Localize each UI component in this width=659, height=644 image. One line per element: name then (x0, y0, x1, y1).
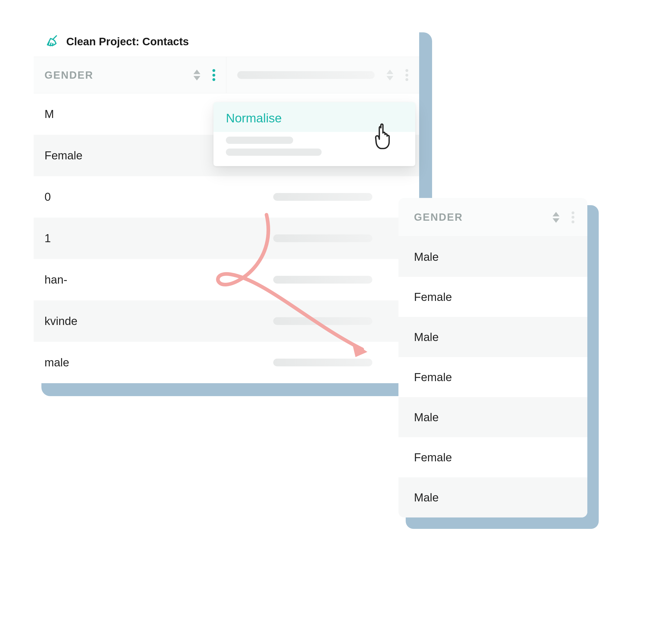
column-header-gender[interactable]: GENDER (399, 198, 587, 237)
sort-icon[interactable] (192, 69, 202, 81)
before-panel: Clean Project: Contacts GENDER (33, 25, 419, 383)
panel-title-text: Clean Project: Contacts (66, 36, 189, 48)
cell-placeholder (226, 217, 419, 259)
cell-value: Male (414, 331, 438, 344)
pointer-cursor-icon (372, 122, 396, 150)
svg-marker-0 (194, 70, 201, 74)
cell-value: Male (414, 411, 438, 424)
cell-value: M (33, 93, 226, 135)
column-menu-icon[interactable] (571, 211, 574, 223)
cell-value: Female (414, 291, 452, 303)
svg-marker-2 (387, 70, 393, 74)
table-row: 0 (33, 176, 419, 217)
table-row: Female (399, 277, 587, 317)
column-header-label: GENDER (45, 69, 192, 81)
cell-placeholder (226, 259, 419, 300)
column-header-gender[interactable]: GENDER (33, 57, 226, 93)
column-header-label: GENDER (414, 211, 551, 223)
column-menu-icon (405, 69, 408, 81)
cell-value: kvinde (33, 300, 226, 342)
after-panel: GENDER Male Female Male Female Male Fema… (399, 198, 587, 518)
column-headers: GENDER (33, 57, 419, 93)
column-header-placeholder (226, 57, 419, 93)
svg-marker-5 (553, 218, 560, 223)
table-row: male (33, 342, 419, 383)
broom-icon (46, 34, 61, 49)
column-menu-icon[interactable] (212, 69, 215, 81)
table-row: Male (399, 237, 587, 277)
table-row: Female (399, 357, 587, 397)
placeholder-bar (237, 71, 374, 79)
cell-value: Female (33, 135, 226, 176)
after-rows: Male Female Male Female Male Female Male (399, 237, 587, 518)
cell-value: han- (33, 259, 226, 300)
svg-marker-4 (553, 212, 560, 216)
cell-value: Female (414, 451, 452, 464)
cell-placeholder (226, 300, 419, 342)
sort-icon[interactable] (551, 211, 561, 223)
cell-value: 0 (33, 176, 226, 217)
svg-marker-3 (387, 76, 393, 80)
table-row: 1 (33, 217, 419, 259)
table-row: Female (399, 437, 587, 477)
table-row: han- (33, 259, 419, 300)
cell-value: Male (414, 250, 438, 263)
svg-marker-1 (194, 76, 201, 80)
table-row: Male (399, 317, 587, 357)
dropdown-item-placeholder[interactable] (226, 137, 293, 144)
table-row: kvinde (33, 300, 419, 342)
cell-placeholder (226, 342, 419, 383)
sort-icon (385, 69, 395, 81)
panel-title-bar: Clean Project: Contacts (33, 25, 419, 57)
dropdown-item-placeholder[interactable] (226, 148, 322, 156)
dropdown-item-label: Normalise (226, 111, 282, 125)
cell-value: Female (414, 371, 452, 384)
cell-value: male (33, 342, 226, 383)
table-row: Male (399, 397, 587, 437)
cell-placeholder (226, 176, 419, 217)
table-row: Male (399, 477, 587, 518)
cell-value: 1 (33, 217, 226, 259)
cell-value: Male (414, 491, 438, 504)
